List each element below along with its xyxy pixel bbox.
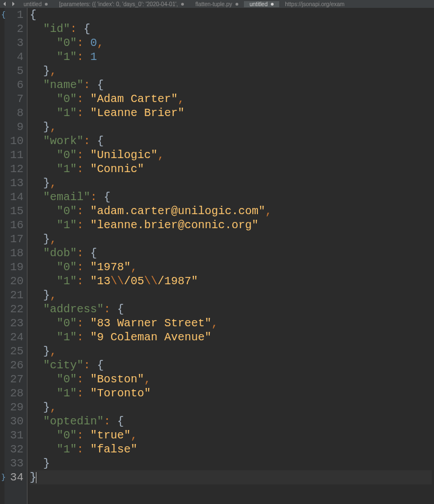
code-line[interactable]: "0": "Unilogic",: [30, 148, 432, 162]
line-number[interactable]: 34: [8, 470, 24, 484]
code-line[interactable]: "1": "Toronto": [30, 386, 432, 400]
code-line[interactable]: "dob": {: [30, 246, 432, 260]
line-number[interactable]: 23: [8, 316, 24, 330]
line-number[interactable]: 29: [8, 400, 24, 414]
code-line[interactable]: "0": "true",: [30, 428, 432, 442]
line-number[interactable]: 11: [8, 148, 24, 162]
code-line[interactable]: "0": "adam.carter@unilogic.com",: [30, 204, 432, 218]
line-number[interactable]: 18: [8, 246, 24, 260]
code-line[interactable]: },: [30, 232, 432, 246]
token-punc: :: [77, 149, 90, 161]
line-number[interactable]: 21: [8, 288, 24, 302]
modified-dot-icon: [181, 3, 184, 6]
code-line[interactable]: "0": "83 Warner Street",: [30, 316, 432, 330]
code-line[interactable]: "1": "false": [30, 442, 432, 456]
code-line[interactable]: "id": {: [30, 22, 432, 36]
line-number[interactable]: 33: [8, 456, 24, 470]
token-key: "optedin": [43, 415, 104, 428]
line-number[interactable]: 26: [8, 358, 24, 372]
editor[interactable]: { } 123456789101112131415161718192021222…: [0, 8, 434, 504]
code-line[interactable]: "address": {: [30, 302, 432, 316]
line-number[interactable]: 24: [8, 330, 24, 344]
line-number[interactable]: 27: [8, 372, 24, 386]
line-number[interactable]: 13: [8, 176, 24, 190]
line-number[interactable]: 32: [8, 442, 24, 456]
code-line[interactable]: "name": {: [30, 78, 432, 92]
code-line[interactable]: },: [30, 400, 432, 414]
tab-3[interactable]: untitled: [244, 1, 279, 7]
code-line[interactable]: "work": {: [30, 134, 432, 148]
code-line[interactable]: "1": 1: [30, 50, 432, 64]
code-line[interactable]: "1": "9 Coleman Avenue": [30, 330, 432, 344]
code-area[interactable]: { "id": { "0": 0, "1": 1 }, "name": { "0…: [27, 8, 434, 504]
token-str: "Leanne Brier": [90, 107, 184, 119]
token-key: "0": [57, 261, 77, 274]
code-line[interactable]: }: [30, 456, 432, 470]
code-line[interactable]: },: [30, 120, 432, 134]
tab-2[interactable]: flatten-tuple.py: [190, 1, 244, 7]
tab-4[interactable]: https://jsonapi.org/exam: [279, 1, 350, 7]
line-number[interactable]: 12: [8, 162, 24, 176]
line-number[interactable]: 1: [8, 8, 24, 22]
modified-dot-icon: [271, 3, 274, 6]
line-number[interactable]: 2: [8, 22, 24, 36]
line-number[interactable]: 4: [8, 50, 24, 64]
code-line[interactable]: {: [30, 8, 432, 22]
line-number[interactable]: 5: [8, 64, 24, 78]
token-punc: ,: [211, 317, 218, 330]
nav-back-icon[interactable]: [0, 2, 9, 6]
code-line[interactable]: "1": "Connic": [30, 162, 432, 176]
code-line[interactable]: },: [30, 344, 432, 358]
line-number[interactable]: 10: [8, 134, 24, 148]
token-key: "name": [43, 78, 84, 91]
code-line[interactable]: "1": "Leanne Brier": [30, 106, 432, 120]
code-line[interactable]: },: [30, 176, 432, 190]
code-line[interactable]: "1": "leanne.brier@connic.org": [30, 218, 432, 232]
token-key: "0": [57, 93, 77, 105]
code-line[interactable]: "email": {: [30, 190, 432, 204]
token-str: /05: [124, 275, 144, 288]
line-number[interactable]: 30: [8, 414, 24, 428]
code-line[interactable]: "0": "Adam Carter",: [30, 92, 432, 106]
line-number[interactable]: 9: [8, 120, 24, 134]
code-line[interactable]: "0": "Boston",: [30, 372, 432, 386]
line-number[interactable]: 17: [8, 232, 24, 246]
token-key: "0": [57, 373, 77, 386]
code-line[interactable]: "city": {: [30, 358, 432, 372]
token-str: "Connic": [90, 163, 144, 175]
line-number[interactable]: 8: [8, 106, 24, 120]
code-line[interactable]: "0": "1978",: [30, 260, 432, 274]
code-line[interactable]: }: [30, 470, 432, 484]
line-number[interactable]: 19: [8, 260, 24, 274]
token-key: "email": [43, 191, 90, 204]
line-number[interactable]: 28: [8, 386, 24, 400]
token-punc: ,: [50, 177, 57, 189]
token-str: "leanne.brier@connic.org": [90, 219, 258, 232]
line-number[interactable]: 6: [8, 78, 24, 92]
line-number[interactable]: 25: [8, 344, 24, 358]
token-punc: :: [77, 205, 90, 218]
tab-1[interactable]: [parameters: ({ 'index': 0, 'days_0': '2…: [53, 1, 190, 7]
code-line[interactable]: "0": 0,: [30, 36, 432, 50]
token-brace: {: [117, 303, 124, 316]
code-line[interactable]: },: [30, 288, 432, 302]
tab-0[interactable]: untitled: [18, 1, 53, 7]
line-number[interactable]: 3: [8, 36, 24, 50]
line-number[interactable]: 14: [8, 190, 24, 204]
code-line[interactable]: },: [30, 64, 432, 78]
line-number[interactable]: 15: [8, 204, 24, 218]
token-punc: :: [77, 247, 90, 260]
line-number[interactable]: 7: [8, 92, 24, 106]
code-line[interactable]: "optedin": {: [30, 414, 432, 428]
token-punc: :: [77, 36, 90, 49]
code-line[interactable]: "1": "13\\/05\\/1987": [30, 274, 432, 288]
token-punc: :: [77, 387, 90, 400]
line-number[interactable]: 22: [8, 302, 24, 316]
line-number[interactable]: 16: [8, 218, 24, 232]
nav-forward-icon[interactable]: [9, 2, 18, 6]
token-brace: }: [43, 121, 50, 133]
line-number-gutter[interactable]: 1234567891011121314151617181920212223242…: [4, 8, 27, 504]
token-brace: {: [84, 22, 90, 35]
line-number[interactable]: 20: [8, 274, 24, 288]
line-number[interactable]: 31: [8, 428, 24, 442]
